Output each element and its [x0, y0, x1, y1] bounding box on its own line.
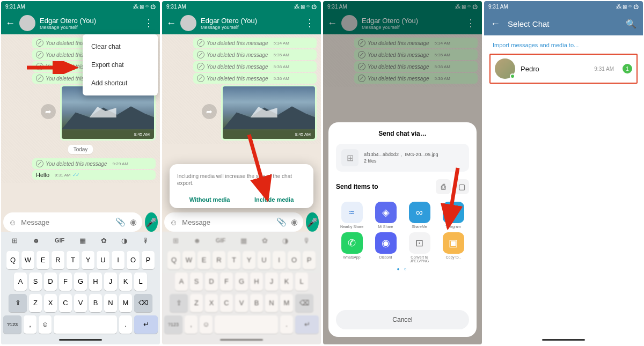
key-y[interactable]: Y — [82, 251, 94, 269]
toolbar-sticker-icon[interactable]: ☻ — [33, 237, 40, 245]
key-x[interactable]: X — [205, 294, 218, 312]
avatar[interactable] — [19, 15, 35, 31]
key-o[interactable]: O — [127, 251, 140, 269]
key-d[interactable]: D — [44, 273, 57, 291]
shift-key[interactable]: ⇧ — [9, 294, 27, 312]
enter-key[interactable]: ↵ — [134, 315, 158, 334]
key-v[interactable]: V — [74, 294, 87, 312]
key-e[interactable]: E — [36, 251, 49, 269]
message-input[interactable] — [21, 218, 111, 226]
key-h[interactable]: H — [89, 273, 102, 291]
key-c[interactable]: C — [59, 294, 72, 312]
key-c[interactable]: C — [220, 294, 233, 312]
key-f[interactable]: F — [220, 273, 233, 291]
share-title: Send chat via… — [336, 130, 469, 137]
contact-row[interactable]: Pedro 9:31 AM 1 — [489, 54, 638, 84]
key-s[interactable]: S — [190, 273, 203, 291]
key-t[interactable]: T — [228, 251, 240, 269]
toolbar-clipboard-icon[interactable]: ▦ — [79, 237, 86, 245]
menu-add-shortcut[interactable]: Add shortcut — [83, 74, 158, 92]
share-app-discord[interactable]: ◉Discord — [370, 232, 401, 263]
numeric-key[interactable]: ?123 — [3, 315, 21, 334]
back-icon[interactable]: ← — [166, 18, 176, 29]
menu-button[interactable]: ⋮ — [142, 15, 156, 31]
share-app-mi-share[interactable]: ◈Mi Share — [370, 202, 401, 229]
emoji-icon[interactable]: ☺ — [9, 218, 17, 227]
key-a[interactable]: A — [14, 273, 27, 291]
forward-icon[interactable]: ➦ — [202, 104, 217, 119]
avatar[interactable] — [180, 15, 196, 31]
key-q[interactable]: Q — [167, 251, 180, 269]
key-w[interactable]: W — [21, 251, 34, 269]
toolbar-mic-icon[interactable]: 🎙 — [142, 237, 149, 245]
key-s[interactable]: S — [29, 273, 42, 291]
key-n[interactable]: N — [265, 294, 278, 312]
key-u[interactable]: U — [97, 251, 109, 269]
key-o[interactable]: O — [288, 251, 301, 269]
key-q[interactable]: Q — [6, 251, 19, 269]
key-z[interactable]: Z — [29, 294, 42, 312]
attach-icon[interactable]: 📎 — [115, 217, 126, 227]
camera-icon[interactable]: ◉ — [130, 217, 137, 227]
key-i[interactable]: I — [273, 251, 286, 269]
key-j[interactable]: J — [104, 273, 117, 291]
share-app-whatsapp[interactable]: ✆WhatsApp — [336, 232, 368, 263]
key-t[interactable]: T — [67, 251, 79, 269]
backspace-key[interactable]: ⌫ — [134, 294, 152, 312]
toolbar-palette-icon[interactable]: ◑ — [121, 237, 127, 245]
message-input[interactable] — [182, 218, 272, 226]
key-m[interactable]: M — [280, 294, 293, 312]
key-l[interactable]: L — [295, 273, 308, 291]
key-l[interactable]: L — [134, 273, 147, 291]
menu-export-chat[interactable]: Export chat — [83, 56, 158, 74]
search-icon[interactable]: 🔍 — [626, 19, 636, 29]
without-media-button[interactable]: Without media — [189, 196, 230, 203]
key-g[interactable]: G — [74, 273, 87, 291]
key-p[interactable]: P — [142, 251, 155, 269]
key-w[interactable]: W — [182, 251, 195, 269]
menu-clear-chat[interactable]: Clear chat — [83, 38, 158, 56]
back-icon[interactable]: ← — [491, 18, 500, 30]
forward-icon[interactable]: ➦ — [41, 104, 56, 119]
key-r[interactable]: R — [52, 251, 64, 269]
menu-button[interactable]: ⋮ — [303, 15, 317, 31]
key-x[interactable]: X — [44, 294, 57, 312]
key-b[interactable]: B — [89, 294, 102, 312]
message-input-bar: ☺ 📎 ◉ 🎤 — [3, 212, 158, 232]
emoji-key[interactable]: ☺ — [39, 315, 52, 334]
key-y[interactable]: Y — [243, 251, 255, 269]
key-u[interactable]: U — [258, 251, 270, 269]
page-dots: ● ○ — [336, 267, 469, 271]
back-icon[interactable]: ← — [5, 18, 15, 29]
key-b[interactable]: B — [250, 294, 263, 312]
key-e[interactable]: E — [197, 251, 210, 269]
share-app-shareme[interactable]: ∞ShareMe — [404, 202, 435, 229]
key-r[interactable]: R — [213, 251, 225, 269]
cancel-button[interactable]: Cancel — [336, 310, 469, 329]
key-z[interactable]: Z — [190, 294, 203, 312]
toolbar-settings-icon[interactable]: ✿ — [101, 237, 107, 245]
keyboard[interactable]: ⊞ ☻ GIF ▦ ✿ ◑ 🎙 QWERTYUIOP ASDFGHJKL ⇧ZX… — [1, 232, 160, 344]
key-d[interactable]: D — [205, 273, 218, 291]
key-h[interactable]: H — [250, 273, 263, 291]
mic-button[interactable]: 🎤 — [306, 212, 319, 232]
mic-button[interactable]: 🎤 — [145, 212, 158, 232]
share-app-convert-to-jpeg-png[interactable]: ⊡Convert to JPEG/PNG — [404, 232, 435, 263]
file-icon: ⊞ — [341, 149, 358, 166]
space-key[interactable] — [54, 315, 117, 334]
key-g[interactable]: G — [235, 273, 248, 291]
share-app-nearby-share[interactable]: ≈Nearby Share — [336, 202, 368, 229]
key-p[interactable]: P — [303, 251, 316, 269]
key-j[interactable]: J — [265, 273, 278, 291]
key-k[interactable]: K — [280, 273, 293, 291]
share-app-copy-to-[interactable]: ▣Copy to.. — [437, 232, 469, 263]
key-i[interactable]: I — [112, 251, 125, 269]
key-f[interactable]: F — [59, 273, 72, 291]
key-a[interactable]: A — [175, 273, 188, 291]
key-n[interactable]: N — [104, 294, 117, 312]
key-k[interactable]: K — [119, 273, 132, 291]
key-m[interactable]: M — [119, 294, 132, 312]
key-v[interactable]: V — [235, 294, 248, 312]
toolbar-grid-icon[interactable]: ⊞ — [12, 237, 18, 245]
import-label: Import messages and media to... — [484, 35, 643, 54]
